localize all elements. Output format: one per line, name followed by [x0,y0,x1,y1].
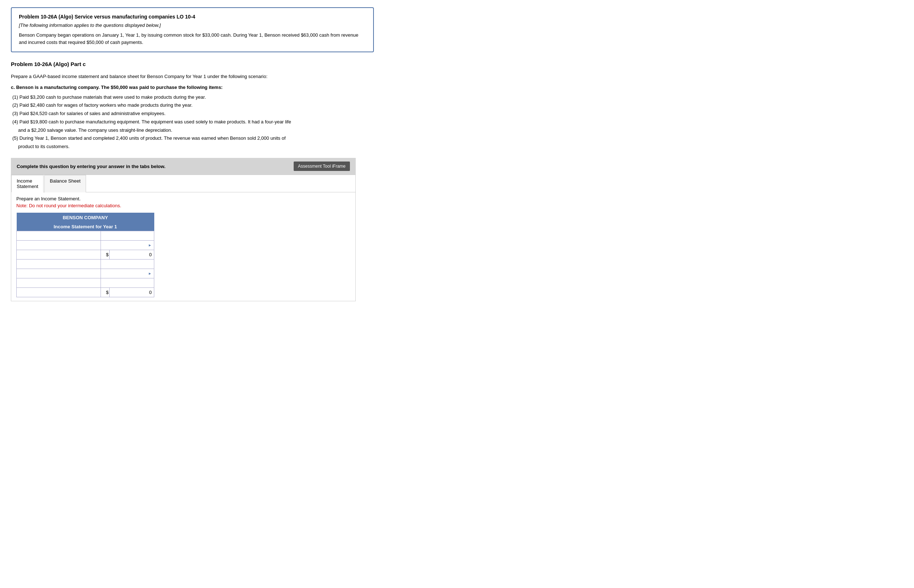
table-row: $ 0 [17,288,154,297]
row3-dollar: $ [100,250,110,260]
list-item-2: (2) Paid $2,480 cash for wages of factor… [11,102,903,109]
row1-value [100,231,154,241]
list-item-3: (3) Paid $24,520 cash for salaries of sa… [11,110,903,118]
list-item-5-line2: product to its customers. [11,143,903,151]
list-item-5-line1: (5) During Year 1, Benson started and co… [11,135,903,142]
row7-label-input[interactable] [19,290,99,295]
table-row [17,278,154,288]
row4-value [100,260,154,269]
income-table: BENSON COMPANY Income Statement for Year… [16,213,154,297]
row6-label-input[interactable] [19,280,99,286]
row4-label-input[interactable] [19,261,99,267]
row3-label-input[interactable] [19,252,99,257]
row6-label [17,278,101,288]
row5-label-input[interactable] [19,271,99,276]
statement-title-cell: Income Statement for Year 1 [17,223,154,231]
row1-value-input[interactable] [103,233,152,239]
tabs-container: IncomeStatement Balance Sheet Prepare an… [11,174,356,301]
tab-balance-sheet[interactable]: Balance Sheet [44,175,86,192]
row7-value: 0 [110,288,154,297]
row5-arrow: ► [100,269,154,278]
complete-bar: Complete this question by entering your … [11,158,356,174]
company-name-row: BENSON COMPANY [17,213,154,223]
row6-value-input[interactable] [103,280,152,286]
tab-instruction: Prepare an Income Statement. [16,196,350,202]
row2-arrow: ► [100,241,154,250]
complete-instructions: Complete this question by entering your … [17,164,166,169]
problem-body: Benson Company began operations on Janua… [19,32,366,46]
row7-label [17,288,101,297]
italic-note: [The following information applies to th… [19,23,366,28]
row3-label [17,250,101,260]
part-title: Problem 10-26A (Algo) Part c [11,61,903,67]
row7-dollar: $ [100,288,110,297]
row5-label [17,269,101,278]
row6-value [100,278,154,288]
list-item-1: (1) Paid $3,200 cash to purchase materia… [11,94,903,101]
row1-label-input[interactable] [19,233,99,239]
statement-title-row: Income Statement for Year 1 [17,223,154,231]
table-row: ► [17,241,154,250]
table-row: ► [17,269,154,278]
list-item-4-line1: (4) Paid $19,800 cash to purchase manufa… [11,118,903,126]
row4-value-input[interactable] [103,261,152,267]
problem-title: Problem 10-26A (Algo) Service versus man… [19,14,366,19]
table-row: $ 0 [17,250,154,260]
tab-note: Note: Do not round your intermediate cal… [16,203,350,208]
assessment-tool-button[interactable]: Assessment Tool iFrame [294,162,350,171]
row4-label [17,260,101,269]
row1-label [17,231,101,241]
row2-label-input[interactable] [19,242,99,248]
table-row [17,260,154,269]
problem-box: Problem 10-26A (Algo) Service versus man… [11,7,374,52]
list-item-4-line2: and a $2,200 salvage value. The company … [11,127,903,134]
company-name-cell: BENSON COMPANY [17,213,154,223]
tab-income-content: Prepare an Income Statement. Note: Do no… [11,192,355,301]
row2-label [17,241,101,250]
scenario-text: c. Benson is a manufacturing company. Th… [11,84,903,90]
tabs-header: IncomeStatement Balance Sheet [11,175,355,192]
row3-value: 0 [110,250,154,260]
instruction-text: Prepare a GAAP-based income statement an… [11,73,903,80]
table-row [17,231,154,241]
tab-income-statement[interactable]: IncomeStatement [11,175,44,192]
